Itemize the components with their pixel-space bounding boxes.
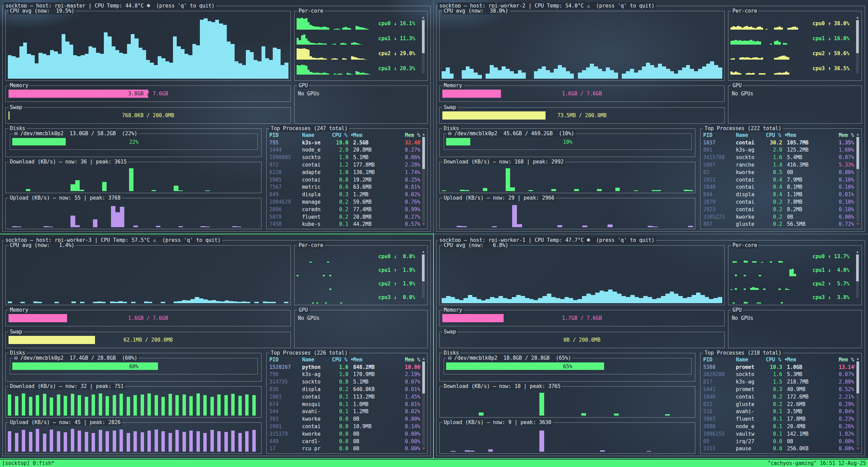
column-header[interactable]: CPU % • — [332, 357, 353, 363]
scrollbar-track[interactable] — [856, 361, 859, 446]
process-row: 7458kube-s0.144.2MB0.57% — [269, 221, 421, 227]
column-header[interactable]: CPU % • — [766, 132, 787, 138]
scroll-up-icon[interactable]: ▲ — [857, 357, 859, 361]
column-header[interactable]: Mem — [353, 357, 405, 363]
upload-title: Upload (KB/s) — now: 9 | peak: 3630 — [442, 419, 553, 426]
process-cell: 0.06% — [405, 154, 421, 160]
scrollbar-thumb[interactable] — [422, 137, 425, 169]
scrollbar-thumb[interactable] — [856, 20, 859, 53]
chart-bar — [71, 394, 74, 416]
upload-panel: Upload (KB/s) — now: 55 | peak: 3768 — [5, 198, 262, 229]
tmux-pane[interactable]: socktop — host: rpi-master | CPU Temp: 4… — [0, 0, 433, 234]
core-sparkline — [297, 250, 375, 263]
column-header[interactable]: Name — [736, 357, 766, 363]
process-cell: 59.6MB — [353, 199, 405, 205]
per-core-scrollbar[interactable]: ▲ ▼ — [421, 15, 426, 79]
upload-chart — [8, 427, 259, 452]
column-header[interactable]: CPU % • — [766, 357, 787, 363]
chart-bar — [265, 58, 269, 79]
column-header[interactable]: Name — [302, 357, 332, 363]
chart-bar — [689, 190, 693, 191]
tmux-pane[interactable]: socktop — host: rpi-worker-2 | CPU Temp:… — [434, 0, 867, 234]
process-cell: 136.1MB — [353, 169, 405, 175]
chart-bar — [582, 296, 586, 303]
scrollbar-track[interactable] — [422, 361, 425, 446]
charts-row: CPU avg (now: 6.8%) Per-core cpu0 ↑ 13.7… — [439, 245, 862, 305]
scrollbar-thumb[interactable] — [422, 254, 425, 281]
column-header[interactable]: Mem % — [405, 132, 421, 138]
scrollbar-thumb[interactable] — [856, 361, 859, 393]
column-header[interactable]: Mem % — [839, 132, 855, 138]
per-core-scrollbar[interactable]: ▲ ▼ — [421, 249, 426, 303]
chart-bar — [231, 431, 235, 452]
process-scrollbar[interactable]: ▲ ▼ — [855, 356, 861, 451]
process-cell: 7.9MB — [787, 177, 839, 183]
scroll-up-icon[interactable]: ▲ — [422, 15, 425, 19]
process-cell: 8.1MB — [787, 184, 839, 190]
scroll-up-icon[interactable]: ▲ — [857, 132, 859, 136]
scroll-up-icon[interactable]: ▲ — [856, 250, 859, 254]
memory-gauge: 3.8GB / 7.6GB3.8GB / 7.6GB — [9, 90, 288, 98]
scroll-down-icon[interactable]: ▼ — [857, 222, 859, 226]
column-header[interactable]: Mem % — [405, 357, 421, 363]
process-cell: 0.3 — [766, 386, 787, 392]
tmux-pane[interactable]: socktop — host: rpi-worker-3 | CPU Temp:… — [0, 234, 433, 458]
chart-bar — [15, 433, 18, 452]
column-header[interactable]: Mem — [787, 132, 839, 138]
scrollbar-track[interactable] — [856, 20, 859, 74]
chart-bar — [657, 298, 661, 303]
chart-bar — [38, 53, 42, 79]
process-scrollbar[interactable]: ▲ ▼ — [855, 131, 861, 227]
column-header[interactable]: Name — [302, 132, 332, 138]
column-header[interactable]: PID — [269, 357, 302, 363]
scrollbar-track[interactable] — [422, 137, 425, 221]
scroll-down-icon[interactable]: ▼ — [857, 447, 859, 451]
process-cell: 0.0 — [332, 446, 353, 451]
column-header[interactable]: CPU % • — [332, 132, 353, 138]
column-header[interactable]: Mem — [353, 132, 405, 138]
chart-bar — [205, 227, 210, 227]
column-header[interactable]: Mem — [787, 357, 839, 363]
process-cell: 5905 — [269, 177, 302, 183]
chart-bar — [483, 188, 487, 191]
scrollbar-thumb[interactable] — [422, 20, 425, 53]
column-header[interactable]: Name — [736, 132, 766, 138]
chart-bar — [684, 190, 688, 191]
process-scrollbar[interactable]: ▲ ▼ — [421, 356, 426, 451]
scroll-down-icon[interactable]: ▼ — [423, 222, 425, 226]
core-label: cpu2 ↑ 59.6% — [809, 50, 855, 57]
column-header[interactable]: PID — [269, 132, 302, 138]
chart-bar — [653, 227, 658, 227]
process-cell: 314735 — [269, 379, 302, 385]
scrollbar-thumb[interactable] — [422, 361, 425, 393]
process-cell: 0.00% — [839, 214, 855, 220]
cpu-avg-panel: CPU avg (now: 38.0%) — [439, 11, 725, 81]
scrollbar-thumb[interactable] — [856, 137, 859, 169]
scrollbar-thumb[interactable] — [856, 254, 859, 281]
per-core-scrollbar[interactable]: ▲ ▼ — [855, 15, 860, 79]
chart-bar — [92, 394, 95, 416]
process-cell: contai — [736, 184, 766, 190]
scroll-up-icon[interactable]: ▲ — [856, 15, 859, 19]
column-header[interactable]: PID — [703, 132, 736, 138]
chart-bar — [196, 431, 200, 452]
scrollbar-track[interactable] — [856, 137, 859, 221]
scroll-down-icon[interactable]: ▼ — [423, 447, 425, 451]
memory-row: Memory 1.7GB / 7.6GB1.7GB / 7.6GB Swap 0… — [439, 310, 862, 348]
scroll-up-icon[interactable]: ▲ — [423, 357, 425, 361]
disk-gauge-panel: ⊟ /dev/mmcblk0p2 17.4GB / 28.8GB (60%) 6… — [10, 358, 258, 374]
scroll-up-icon[interactable]: ▲ — [423, 132, 425, 136]
column-header[interactable]: PID — [703, 357, 736, 363]
tmux-pane[interactable]: socktop — host: rpi-worker-1 | CPU Temp:… — [434, 234, 867, 458]
column-header[interactable]: Mem % — [839, 357, 855, 363]
per-core-scrollbar[interactable]: ▲ ▼ — [855, 249, 860, 303]
tmux-session-window-label[interactable]: [socktop] 0:fish* — [2, 460, 54, 467]
scrollbar-track[interactable] — [856, 254, 859, 298]
scroll-up-icon[interactable]: ▲ — [422, 250, 425, 254]
chart-bar — [183, 432, 186, 452]
process-scrollbar[interactable]: ▲ ▼ — [421, 131, 426, 227]
process-row: 795k3s-se19.02.5GB32.48% — [269, 139, 421, 146]
scrollbar-track[interactable] — [422, 254, 425, 298]
chart-bar — [682, 67, 686, 79]
scrollbar-track[interactable] — [422, 20, 425, 74]
